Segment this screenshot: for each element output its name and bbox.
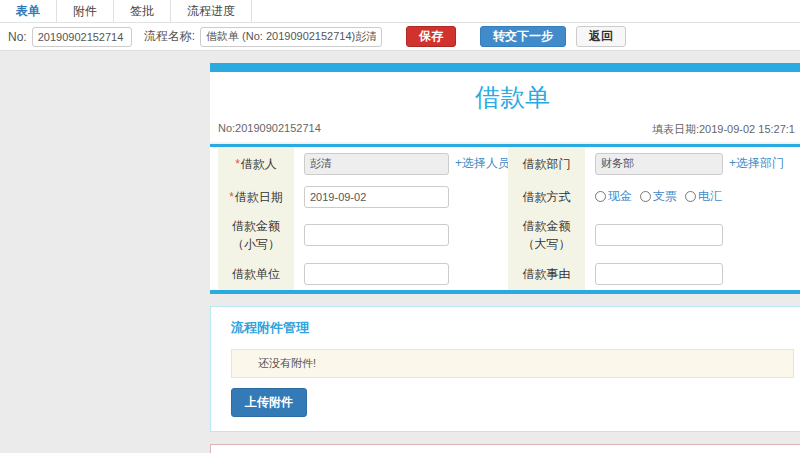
radio-wire[interactable]: 电汇 bbox=[685, 188, 722, 205]
loan-method-field: 现金 支票 电汇 bbox=[585, 180, 800, 213]
loan-reason-field bbox=[585, 257, 800, 290]
loan-date-label: *借款日期 bbox=[218, 180, 294, 213]
loan-form-panel: 借款单 No:20190902152714 填表日期:2019-09-02 15… bbox=[210, 63, 800, 294]
select-department-link[interactable]: +选择部门 bbox=[729, 155, 784, 172]
loan-unit-input[interactable] bbox=[304, 263, 449, 285]
attachments-title: 流程附件管理 bbox=[231, 319, 794, 337]
amount-small-input[interactable] bbox=[304, 224, 449, 246]
tab-process-progress[interactable]: 流程进度 bbox=[171, 0, 252, 22]
loan-unit-field bbox=[294, 257, 508, 290]
department-input[interactable] bbox=[595, 153, 723, 175]
radio-check-input[interactable] bbox=[640, 191, 651, 202]
loan-form-table: *借款人 +选择人员 借款部门 +选择部门 *借款日期 bbox=[210, 147, 800, 290]
loan-method-label: 借款方式 bbox=[508, 180, 585, 213]
approval-panel: 流程签批意见 B I abc bbox=[210, 444, 800, 453]
department-label: 借款部门 bbox=[508, 147, 585, 180]
radio-cash[interactable]: 现金 bbox=[595, 188, 632, 205]
department-field: +选择部门 bbox=[585, 147, 800, 180]
tab-sign-approve[interactable]: 签批 bbox=[114, 0, 171, 22]
amount-big-field bbox=[585, 213, 800, 257]
toolbar: No: 流程名称: 保存 转交下一步 返回 bbox=[0, 23, 800, 51]
loan-date-input[interactable] bbox=[304, 186, 449, 208]
loan-unit-label: 借款单位 bbox=[218, 257, 294, 290]
process-name-label: 流程名称: bbox=[144, 28, 195, 45]
panel-bottom-bar bbox=[210, 290, 800, 294]
attachments-panel: 流程附件管理 还没有附件! 上传附件 bbox=[210, 306, 800, 432]
required-marker: * bbox=[235, 157, 240, 171]
loan-date-field bbox=[294, 180, 508, 213]
radio-cash-input[interactable] bbox=[595, 191, 606, 202]
content-area: 借款单 No:20190902152714 填表日期:2019-09-02 15… bbox=[0, 51, 800, 453]
doc-no-text: No:20190902152714 bbox=[218, 122, 321, 137]
amount-big-label: 借款金额（大写） bbox=[508, 213, 585, 257]
amount-big-input[interactable] bbox=[595, 224, 723, 246]
fill-date-text: 填表日期:2019-09-02 15:27:1 bbox=[652, 122, 795, 137]
borrower-input[interactable] bbox=[304, 153, 449, 175]
required-marker: * bbox=[229, 190, 234, 204]
forward-next-step-button[interactable]: 转交下一步 bbox=[480, 26, 566, 47]
form-title: 借款单 bbox=[210, 72, 800, 119]
amount-small-label: 借款金额（小写） bbox=[218, 213, 294, 257]
radio-check[interactable]: 支票 bbox=[640, 188, 677, 205]
no-attachments-message: 还没有附件! bbox=[231, 349, 794, 378]
upload-attachment-button[interactable]: 上传附件 bbox=[231, 388, 307, 417]
tab-form[interactable]: 表单 bbox=[0, 0, 57, 22]
loan-reason-label: 借款事由 bbox=[508, 257, 585, 290]
panel-top-bar bbox=[210, 63, 800, 72]
borrower-field: +选择人员 bbox=[294, 147, 508, 180]
loan-reason-input[interactable] bbox=[595, 263, 723, 285]
back-button[interactable]: 返回 bbox=[576, 26, 626, 47]
save-button[interactable]: 保存 bbox=[406, 26, 456, 47]
tab-bar: 表单 附件 签批 流程进度 bbox=[0, 0, 800, 23]
loan-method-radios: 现金 支票 电汇 bbox=[595, 188, 722, 205]
form-meta-row: No:20190902152714 填表日期:2019-09-02 15:27:… bbox=[210, 119, 800, 142]
radio-wire-input[interactable] bbox=[685, 191, 696, 202]
app-root: 表单 附件 签批 流程进度 No: 流程名称: 保存 转交下一步 返回 借款单 … bbox=[0, 0, 800, 453]
no-input[interactable] bbox=[32, 27, 132, 47]
borrower-label: *借款人 bbox=[218, 147, 294, 180]
amount-small-field bbox=[294, 213, 508, 257]
process-name-input[interactable] bbox=[200, 27, 382, 47]
select-person-link[interactable]: +选择人员 bbox=[455, 155, 510, 172]
tab-attachments[interactable]: 附件 bbox=[57, 0, 114, 22]
no-label: No: bbox=[8, 30, 27, 44]
